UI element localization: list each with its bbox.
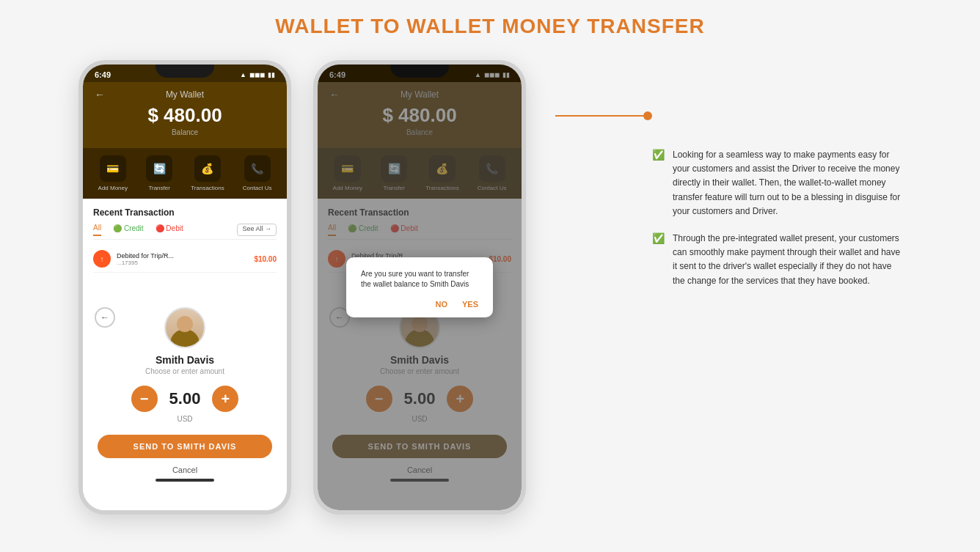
phone1-person-name: Smith Davis xyxy=(156,354,214,366)
phone1-addmoney-icon: 💳 xyxy=(100,155,126,182)
phone1-recent-title: Recent Transaction xyxy=(93,207,277,218)
check-icon-1: ✅ xyxy=(652,149,665,162)
phone1-action-transfer[interactable]: 🔄 Transfer xyxy=(146,155,172,191)
phone1-action-contact[interactable]: 📞 Contact Us xyxy=(243,155,272,191)
phone1-tab-debit[interactable]: 🔴 Debit xyxy=(156,224,183,236)
phone1-transfer-back[interactable]: ← xyxy=(95,307,115,328)
phone1-time: 6:49 xyxy=(95,70,111,79)
phone1-see-all[interactable]: See All → xyxy=(237,224,277,236)
phone1-contact-icon: 📞 xyxy=(244,155,271,182)
phone1-choose-amount: Choose or enter amount xyxy=(145,367,224,375)
phone1-avatar xyxy=(164,307,205,348)
phone2-dialog-box: Are you sure you want to transfer the wa… xyxy=(346,257,493,317)
phone1: 6:49 ▲ ◼◼◼ ▮▮ ← My Wallet $ 480.00 Balan… xyxy=(78,60,291,515)
info-text-1: Looking for a seamless way to make payme… xyxy=(673,148,902,218)
info-panel: ✅ Looking for a seamless way to make pay… xyxy=(652,104,902,301)
phone1-battery-icon: ▮▮ xyxy=(268,71,275,78)
phone1-actions: 💳 Add Money 🔄 Transfer 💰 Transactions 📞 … xyxy=(83,148,287,199)
phone1-wallet-amount: $ 480.00 xyxy=(95,104,275,127)
phone1-back-icon[interactable]: ← xyxy=(95,89,105,100)
phone2-dialog-actions: NO YES xyxy=(361,300,478,309)
phone1-icons: ▲ ◼◼◼ ▮▮ xyxy=(240,71,275,78)
phone1-transfer-label: Transfer xyxy=(148,185,170,191)
phone1-send-btn[interactable]: SEND TO SMITH DAVIS xyxy=(98,435,272,458)
phone1-avatar-face xyxy=(166,309,204,347)
phone1-tab-all[interactable]: All xyxy=(93,224,101,236)
phone1-notch xyxy=(156,65,214,78)
phone1-recent-section: Recent Transaction All 🟢 Credit 🔴 Debit … xyxy=(83,199,287,298)
phone1-transfer-icon: 🔄 xyxy=(146,155,172,182)
phone1-action-addmoney[interactable]: 💳 Add Money xyxy=(98,155,128,191)
phone1-currency: USD xyxy=(177,415,192,423)
phone1-amount-row: − 5.00 + xyxy=(131,386,239,412)
phone1-tx-id: ...17395 xyxy=(117,260,248,266)
phone1-transactions-icon: 💰 xyxy=(194,155,221,182)
phone2-dialog-overlay: Are you sure you want to transfer the wa… xyxy=(318,65,522,510)
connector-line xyxy=(555,115,643,117)
phone1-contact-label: Contact Us xyxy=(243,185,272,191)
page-title: WALLET TO WALLET MONEY TRANSFER xyxy=(275,15,704,38)
phone1-transaction-row: ↑ Debited for Trip/R... ...17395 $10.00 xyxy=(93,246,277,273)
phone1-transfer-screen: ← Smith Davis Choose or enter amount − 5… xyxy=(83,298,287,510)
phone1-balance-label: Balance xyxy=(95,128,275,136)
phone1-tx-info: Debited for Trip/R... ...17395 xyxy=(117,252,248,266)
phone1-wallet-header: ← My Wallet $ 480.00 Balance xyxy=(83,82,287,148)
phone2: 6:49 ▲ ◼◼◼ ▮▮ ← My Wallet $ 480.00 Balan… xyxy=(313,60,526,515)
check-icon-2: ✅ xyxy=(652,232,665,246)
phone1-tx-title: Debited for Trip/R... xyxy=(117,252,248,260)
phone2-dialog-text: Are you sure you want to transfer the wa… xyxy=(361,269,478,290)
info-point-2: ✅ Through the pre-integrated wallet pres… xyxy=(652,232,902,288)
phone1-amount-value: 5.00 xyxy=(169,389,201,408)
phone1-transactions-label: Transactions xyxy=(191,185,224,191)
phone1-tabs: All 🟢 Credit 🔴 Debit See All → xyxy=(93,224,277,240)
connector-dot xyxy=(643,111,652,120)
info-point-1: ✅ Looking for a seamless way to make pay… xyxy=(652,148,902,218)
phone1-minus-btn[interactable]: − xyxy=(131,386,158,412)
phone1-addmoney-label: Add Money xyxy=(98,185,128,191)
phone1-signal-icon: ◼◼◼ xyxy=(249,71,265,78)
phone1-action-transactions[interactable]: 💰 Transactions xyxy=(191,155,224,191)
phone1-tx-icon: ↑ xyxy=(93,250,111,268)
phone1-home-indicator xyxy=(156,479,214,482)
phone1-wallet-title: My Wallet xyxy=(166,89,204,100)
info-text-2: Through the pre-integrated wallet presen… xyxy=(673,232,902,288)
phone1-wifi-icon: ▲ xyxy=(240,71,246,78)
phone1-cancel[interactable]: Cancel xyxy=(172,465,197,474)
phone1-tx-amount: $10.00 xyxy=(254,255,277,263)
phone1-tab-credit[interactable]: 🟢 Credit xyxy=(113,224,143,236)
phone1-plus-btn[interactable]: + xyxy=(212,386,238,412)
phone2-dialog-yes-btn[interactable]: YES xyxy=(462,300,478,309)
phone2-dialog-no-btn[interactable]: NO xyxy=(435,300,447,309)
